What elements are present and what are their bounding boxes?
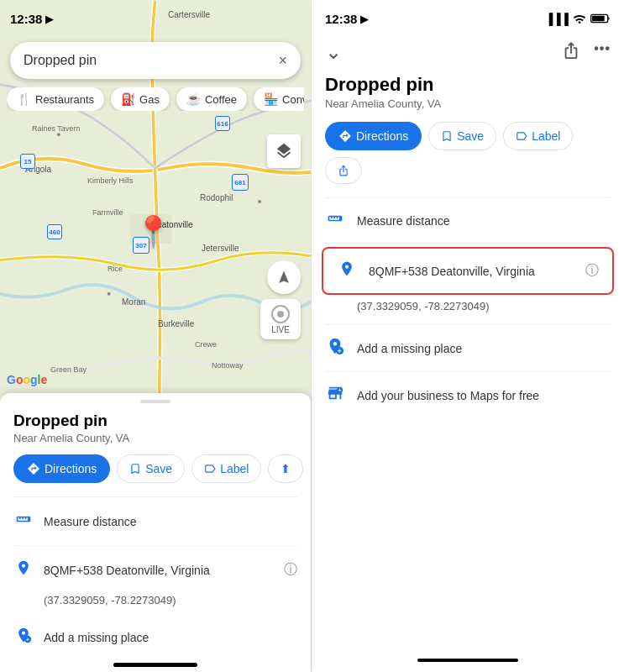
live-circle	[271, 305, 290, 323]
detail-divider-2	[325, 243, 611, 244]
layers-icon	[275, 142, 293, 160]
location-status-right: ▶	[360, 13, 369, 25]
plus-code-row[interactable]: 8QMF+538 Deatonville, Virginia ⓘ	[13, 549, 297, 591]
detail-label-button[interactable]: Label	[503, 122, 573, 150]
signal-icon: ▐▐▐	[545, 13, 569, 25]
town-rice: Rice	[107, 265, 123, 273]
bottom-sheet-left: Dropped pin Near Amelia County, VA Direc…	[0, 393, 311, 672]
detail-plus-code-info[interactable]: ⓘ	[585, 262, 599, 280]
coordinates-row: (37.3329059, -78.2273049)	[13, 591, 297, 617]
town-green-bay: Green Bay	[50, 365, 87, 374]
detail-location-pin-icon	[337, 260, 357, 281]
detail-plus-code-row[interactable]: 8QMF+538 Deatonville, Virginia ⓘ	[323, 249, 612, 293]
location-icon	[13, 559, 34, 580]
svg-point-4	[107, 292, 111, 296]
map-layers-button[interactable]	[267, 134, 301, 168]
chip-convenience[interactable]: 🏪 Conve...	[254, 87, 304, 111]
town-farmville: Farmville	[92, 208, 123, 217]
google-logo: Google	[7, 373, 47, 386]
divider-1	[13, 496, 297, 497]
town-raines-tavern: Raines Tavern	[32, 124, 80, 133]
share-icon: ⬆	[281, 462, 291, 475]
town-moran: Moran	[122, 297, 145, 307]
status-bar-left: 12:38 ▶	[0, 0, 311, 37]
chip-restaurants[interactable]: 🍴 Restaurants	[7, 87, 104, 111]
svg-text:+: +	[26, 637, 29, 643]
search-close-button[interactable]: ×	[278, 52, 287, 70]
detail-save-label: Save	[457, 129, 484, 143]
save-icon	[129, 463, 141, 475]
add-location-icon: +	[15, 627, 32, 643]
wifi-icon	[573, 13, 586, 24]
route-marker-460: 460	[47, 224, 62, 239]
svg-point-8	[579, 21, 581, 24]
town-jetersville: Jetersville	[202, 244, 239, 253]
divider-2	[13, 545, 297, 546]
detail-ruler-icon	[327, 210, 343, 227]
add-missing-place-row[interactable]: + Add a missing place	[13, 617, 297, 658]
spacer	[312, 418, 624, 648]
measure-distance-row[interactable]: Measure distance	[13, 501, 297, 542]
chip-convenience-label: Conve...	[282, 93, 304, 106]
navigate-icon	[276, 270, 291, 285]
left-panel: 12:38 ▶	[0, 0, 312, 672]
sheet-handle	[140, 400, 170, 403]
detail-add-missing-place-label: Add a missing place	[357, 342, 611, 355]
time-left: 12:38	[10, 12, 42, 26]
live-dot	[277, 311, 284, 318]
share-button[interactable]: ⬆	[268, 454, 303, 483]
detail-pin-icon	[338, 260, 355, 277]
sheet-title: Dropped pin	[13, 412, 297, 430]
status-icons-right: ▐▐▐	[545, 13, 611, 25]
detail-label-label: Label	[532, 129, 560, 143]
search-bar[interactable]: Dropped pin ×	[10, 42, 301, 79]
detail-add-business-row[interactable]: + Add your business to Maps for free	[312, 372, 624, 418]
save-label: Save	[145, 462, 172, 475]
detail-save-button[interactable]: Save	[428, 122, 496, 150]
share-top-button[interactable]	[562, 41, 580, 64]
filter-chips: 🍴 Restaurants ⛽ Gas ☕ Coffee 🏪 Conve...	[7, 87, 304, 111]
svg-text:+: +	[338, 348, 342, 355]
detail-measure-distance-row[interactable]: Measure distance	[312, 198, 624, 243]
status-icons-left: ▶	[45, 13, 54, 25]
back-button[interactable]: ⌄	[325, 40, 342, 64]
detail-share-button[interactable]	[325, 157, 362, 184]
label-button[interactable]: Label	[191, 454, 261, 483]
detail-directions-button[interactable]: Directions	[325, 122, 422, 150]
detail-coordinates: (37.3329059, -78.2273049)	[312, 298, 624, 324]
search-input-value: Dropped pin	[24, 53, 278, 68]
map-live-button[interactable]: LIVE	[260, 299, 301, 339]
time-right: 12:38	[325, 12, 357, 26]
ruler-icon	[15, 511, 32, 528]
live-label: LIVE	[271, 325, 290, 334]
directions-button[interactable]: Directions	[13, 454, 110, 483]
chip-gas[interactable]: ⛽ Gas	[111, 87, 170, 111]
map-navigate-button[interactable]	[267, 260, 301, 294]
gas-icon: ⛽	[121, 92, 135, 106]
pin-icon	[15, 559, 32, 576]
detail-label-icon	[516, 130, 527, 142]
route-marker-681: 681	[232, 174, 249, 191]
label-icon	[204, 463, 216, 475]
town-burkeville: Burkeville	[158, 319, 194, 328]
more-options-button[interactable]: •••	[594, 41, 611, 64]
status-bar-right: 12:38 ▶ ▐▐▐	[312, 0, 624, 37]
detail-plus-code-text: 8QMF+538 Deatonville, Virginia	[369, 265, 574, 278]
save-button[interactable]: Save	[117, 454, 185, 483]
restaurants-icon: 🍴	[17, 92, 31, 106]
top-bar-right: ⌄ •••	[312, 37, 624, 71]
share-top-icon	[562, 41, 580, 60]
chip-coffee-label: Coffee	[205, 93, 237, 106]
town-crewe: Crewe	[195, 340, 217, 349]
top-actions: •••	[562, 41, 611, 64]
coffee-icon: ☕	[186, 92, 201, 106]
map-area[interactable]: Arvonia Cartersville Trents Mill Dill Ra…	[0, 0, 311, 403]
plus-code-info-icon[interactable]: ⓘ	[284, 561, 297, 579]
home-indicator-right	[312, 648, 624, 672]
home-indicator-left	[113, 663, 197, 667]
chip-coffee[interactable]: ☕ Coffee	[176, 87, 247, 111]
detail-save-icon	[441, 130, 453, 142]
detail-add-missing-place-row[interactable]: + Add a missing place	[312, 325, 624, 371]
add-missing-place-label: Add a missing place	[44, 631, 149, 644]
route-marker-15: 15	[20, 154, 35, 169]
